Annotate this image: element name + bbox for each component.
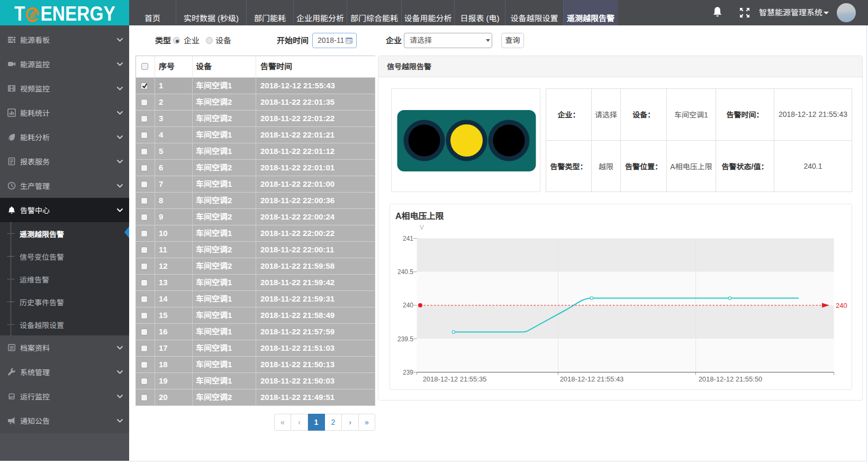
svg-text:241: 241 bbox=[403, 235, 413, 242]
svg-text:240: 240 bbox=[403, 302, 413, 309]
svg-text:240.5: 240.5 bbox=[397, 268, 413, 276]
svg-text:2018-12-12 21:55:43: 2018-12-12 21:55:43 bbox=[560, 375, 624, 383]
svg-text:240: 240 bbox=[836, 302, 847, 310]
svg-text:2018-12-12 21:55:50: 2018-12-12 21:55:50 bbox=[699, 375, 763, 383]
svg-text:239: 239 bbox=[403, 369, 413, 376]
svg-text:2018-12-12 21:55:35: 2018-12-12 21:55:35 bbox=[423, 375, 487, 383]
svg-text:V: V bbox=[420, 224, 424, 231]
svg-text:239.5: 239.5 bbox=[397, 335, 413, 343]
